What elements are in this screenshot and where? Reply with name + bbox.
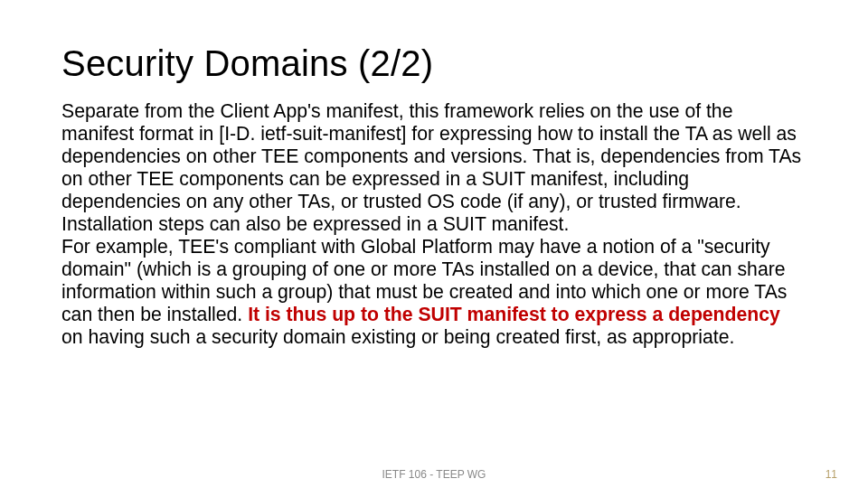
footer-center-text: IETF 106 - TEEP WG (0, 468, 868, 481)
page-number: 11 (826, 468, 837, 481)
paragraph-2-emphasis: It is thus up to the SUIT manifest to ex… (248, 304, 780, 324)
paragraph-2-tail: on having such a security domain existin… (61, 326, 734, 347)
paragraph-2: For example, TEE's compliant with Global… (61, 235, 807, 348)
paragraph-1: Separate from the Client App's manifest,… (61, 99, 807, 235)
slide-title: Security Domains (2/2) (61, 43, 807, 83)
slide: Security Domains (2/2) Separate from the… (0, 0, 868, 488)
slide-body: Separate from the Client App's manifest,… (61, 99, 807, 348)
